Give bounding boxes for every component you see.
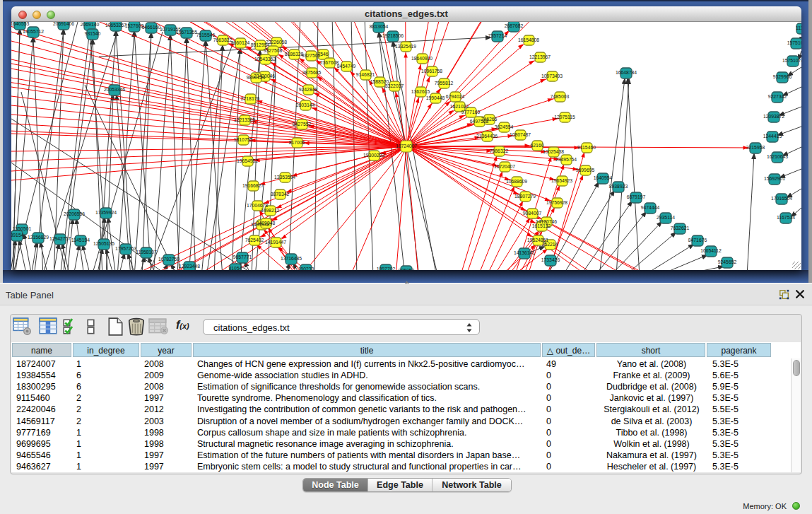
svg-text:7546: 7546	[317, 52, 328, 57]
svg-text:8938923: 8938923	[609, 184, 628, 189]
svg-text:7632621: 7632621	[671, 226, 690, 230]
svg-text:746266: 746266	[481, 117, 498, 122]
svg-text:1350501: 1350501	[13, 226, 32, 231]
svg-text:3624554: 3624554	[495, 124, 514, 129]
svg-text:3498212: 3498212	[261, 208, 280, 213]
svg-text:20053346: 20053346	[104, 87, 125, 92]
svg-text:2603144: 2603144	[296, 103, 315, 107]
svg-text:12156829: 12156829	[28, 235, 49, 240]
svg-text:18724007: 18724007	[396, 144, 417, 148]
svg-text:252214: 252214	[542, 242, 558, 247]
svg-text:9699695: 9699695	[576, 168, 595, 173]
svg-text:8322037: 8322037	[385, 83, 404, 88]
svg-text:14055712: 14055712	[23, 29, 44, 34]
svg-text:2069140: 2069140	[81, 22, 100, 27]
svg-text:10654112: 10654112	[700, 248, 722, 253]
svg-text:16210643: 16210643	[767, 154, 788, 159]
svg-text:1362615: 1362615	[411, 89, 430, 94]
svg-text:1733426: 1733426	[541, 257, 560, 262]
svg-text:8427552: 8427552	[293, 122, 312, 127]
svg-text:13325419: 13325419	[395, 44, 416, 49]
svg-text:15692901: 15692901	[764, 176, 785, 181]
svg-text:9227342: 9227342	[768, 94, 787, 99]
svg-text:7357214: 7357214	[488, 33, 507, 38]
svg-text:23495754: 23495754	[555, 157, 577, 162]
svg-text:13353594: 13353594	[274, 175, 295, 180]
svg-text:8660124: 8660124	[231, 40, 250, 45]
svg-text:2367608: 2367608	[320, 60, 339, 65]
svg-text:6466160: 6466160	[142, 25, 161, 30]
svg-text:12093872: 12093872	[763, 114, 784, 119]
svg-text:10025438: 10025438	[543, 149, 564, 154]
svg-text:10961758: 10961758	[421, 69, 442, 74]
svg-text:19756928: 19756928	[546, 200, 567, 205]
svg-text:7955812: 7955812	[435, 81, 454, 86]
svg-text:9146821: 9146821	[356, 72, 375, 77]
svg-text:19218506: 19218506	[382, 33, 404, 38]
svg-text:11958107: 11958107	[136, 250, 157, 255]
svg-text:7485003: 7485003	[551, 94, 570, 99]
svg-text:985052: 985052	[399, 268, 415, 270]
svg-text:12213369: 12213369	[234, 117, 255, 122]
svg-text:1640954: 1640954	[594, 175, 613, 180]
svg-text:16648784: 16648784	[616, 70, 637, 75]
svg-text:17957263: 17957263	[115, 246, 136, 251]
svg-text:9084007: 9084007	[523, 211, 542, 216]
svg-text:9474444: 9474444	[641, 205, 660, 210]
svg-text:8471676: 8471676	[688, 238, 707, 243]
svg-text:931540: 931540	[85, 31, 101, 36]
svg-text:23226058: 23226058	[266, 40, 287, 45]
svg-text:8186328: 8186328	[285, 52, 304, 57]
svg-text:7515546: 7515546	[196, 33, 216, 37]
svg-text:1575107: 1575107	[787, 40, 801, 45]
svg-text:21364436: 21364436	[476, 134, 498, 139]
svg-text:14136141: 14136141	[514, 250, 535, 255]
svg-text:8813054: 8813054	[370, 24, 389, 29]
svg-text:19166827: 19166827	[242, 183, 264, 188]
svg-text:2718176: 2718176	[241, 96, 260, 101]
svg-text:3215958: 3215958	[746, 145, 765, 150]
svg-text:8454749: 8454749	[337, 64, 356, 69]
svg-text:1621022: 1621022	[450, 104, 469, 109]
svg-text:16720407: 16720407	[494, 164, 515, 169]
svg-text:9657771: 9657771	[233, 255, 252, 259]
svg-text:1145194: 1145194	[71, 238, 90, 243]
svg-text:9329966: 9329966	[773, 74, 792, 79]
svg-text:12975115: 12975115	[554, 115, 575, 119]
svg-text:17016504: 17016504	[771, 196, 792, 201]
svg-text:8878342: 8878342	[271, 192, 290, 197]
svg-text:1244415: 1244415	[763, 134, 782, 139]
svg-text:17359924: 17359924	[95, 210, 117, 215]
svg-text:11121: 11121	[796, 25, 801, 30]
svg-text:7986322: 7986322	[490, 148, 509, 153]
svg-text:1897702: 1897702	[377, 267, 396, 270]
svg-text:18807279: 18807279	[514, 194, 536, 199]
svg-text:3875685: 3875685	[302, 70, 322, 75]
svg-text:7625402: 7625402	[245, 238, 264, 243]
svg-text:17004678: 17004678	[247, 203, 268, 208]
svg-text:10543362: 10543362	[254, 57, 276, 62]
svg-text:10807487: 10807487	[510, 132, 531, 137]
svg-text:6879197: 6879197	[627, 194, 646, 199]
svg-text:12505135: 12505135	[93, 241, 114, 246]
svg-text:1527602: 1527602	[125, 23, 144, 28]
svg-text:12942757: 12942757	[49, 236, 71, 241]
svg-text:1810755: 1810755	[234, 137, 253, 142]
svg-text:14191447: 14191447	[265, 240, 286, 245]
svg-text:62160: 62160	[531, 143, 544, 148]
svg-text:10653267: 10653267	[105, 23, 126, 28]
svg-text:9777169: 9777169	[461, 110, 481, 115]
svg-text:1615132: 1615132	[532, 223, 551, 228]
svg-text:2935114: 2935114	[657, 215, 675, 220]
svg-text:2687682: 2687682	[505, 23, 524, 28]
svg-text:20206556: 20206556	[64, 211, 85, 216]
svg-text:10688609: 10688609	[506, 179, 527, 184]
svg-text:13716485: 13716485	[281, 256, 302, 261]
svg-text:9242848: 9242848	[299, 87, 318, 92]
svg-text:9115460: 9115460	[577, 145, 596, 150]
svg-text:81054: 81054	[229, 266, 242, 270]
svg-text:10973493: 10973493	[541, 74, 563, 78]
svg-text:16782759: 16782759	[158, 257, 180, 262]
svg-text:12213967: 12213967	[529, 54, 551, 59]
svg-text:1640553: 1640553	[11, 22, 29, 26]
